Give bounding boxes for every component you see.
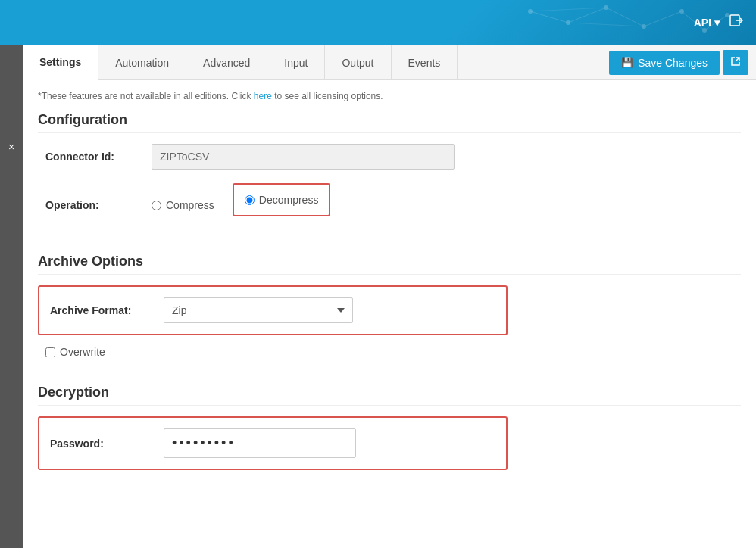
top-bar: API ▾ [0, 0, 756, 45]
notice-text: *These features are not available in all… [38, 91, 741, 101]
sidebar-close: × [0, 45, 23, 548]
api-arrow-icon: ▾ [714, 17, 720, 29]
save-icon: 💾 [621, 57, 633, 68]
decompress-radio[interactable] [245, 195, 255, 205]
tab-automation[interactable]: Automation [98, 45, 186, 79]
external-link-button[interactable] [723, 50, 748, 75]
tab-input[interactable]: Input [267, 45, 325, 79]
svg-line-8 [568, 8, 606, 23]
decompress-highlight-box: Decompress [233, 183, 331, 216]
page-content: *These features are not available in all… [23, 80, 756, 548]
tab-settings[interactable]: Settings [23, 45, 98, 80]
overwrite-label[interactable]: Overwrite [60, 346, 105, 358]
overwrite-checkbox[interactable] [45, 347, 55, 357]
overwrite-group: Overwrite [38, 346, 741, 358]
compress-label: Compress [166, 199, 214, 211]
save-label: Save Changes [638, 57, 708, 69]
external-link-icon [730, 56, 741, 67]
tab-output[interactable]: Output [325, 45, 391, 79]
configuration-title: Configuration [38, 112, 741, 133]
password-label: Password: [50, 437, 164, 450]
operation-label: Operation: [45, 199, 152, 211]
decompress-label: Decompress [259, 194, 319, 206]
main-layout: × Settings Automation Advanced Input Out… [0, 45, 756, 548]
tab-advanced[interactable]: Advanced [186, 45, 267, 79]
password-input[interactable] [164, 428, 356, 458]
tab-events[interactable]: Events [392, 45, 458, 79]
api-button[interactable]: API ▾ [694, 17, 720, 29]
svg-line-10 [644, 11, 682, 26]
connector-id-group: Connector Id: [38, 144, 741, 170]
tab-bar: Settings Automation Advanced Input Outpu… [23, 45, 756, 80]
operation-radio-group: Compress Decompress [152, 183, 330, 227]
connector-id-label: Connector Id: [45, 151, 152, 163]
notice-link[interactable]: here [254, 91, 272, 101]
svg-line-13 [530, 8, 606, 11]
archive-format-select[interactable]: Zip Tar GZip BZip2 [164, 297, 353, 323]
operation-group: Operation: Compress Decompress [38, 183, 741, 227]
section-divider-2 [38, 372, 741, 372]
connector-id-input[interactable] [152, 144, 455, 170]
compress-radio[interactable] [152, 201, 161, 210]
notice-after: to see all licensing options. [272, 91, 383, 101]
top-bar-actions: API ▾ [694, 14, 744, 33]
network-decoration [0, 0, 756, 45]
decompress-option[interactable]: Decompress [245, 194, 319, 206]
section-divider-1 [38, 241, 741, 241]
notice-before: *These features are not available in all… [38, 91, 254, 101]
content-area: Settings Automation Advanced Input Outpu… [23, 45, 756, 548]
close-button[interactable]: × [1, 136, 22, 157]
compress-option[interactable]: Compress [152, 199, 214, 211]
archive-format-highlight-box: Archive Format: Zip Tar GZip BZip2 [38, 285, 508, 335]
exit-icon[interactable] [729, 14, 744, 33]
svg-line-14 [568, 23, 644, 26]
archive-options-title: Archive Options [38, 254, 741, 275]
svg-line-7 [530, 11, 568, 23]
password-highlight-box: Password: [38, 416, 508, 470]
archive-format-label: Archive Format: [50, 304, 164, 316]
tab-actions: 💾 Save Changes [601, 45, 756, 79]
save-changes-button[interactable]: 💾 Save Changes [609, 51, 720, 75]
api-label: API [694, 17, 711, 29]
decryption-title: Decryption [38, 385, 741, 406]
svg-line-9 [606, 8, 644, 26]
